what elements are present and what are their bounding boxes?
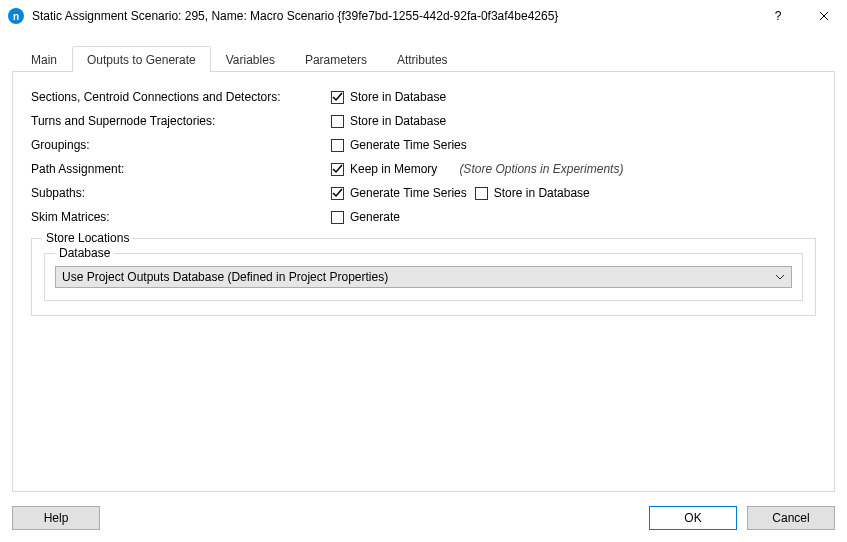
tab-outputs-to-generate[interactable]: Outputs to Generate bbox=[72, 46, 211, 72]
button-label: OK bbox=[684, 511, 701, 525]
row-controls-path-assignment: Keep in Memory (Store Options in Experim… bbox=[331, 162, 816, 176]
row-label-turns: Turns and Supernode Trajectories: bbox=[31, 114, 331, 128]
tab-main[interactable]: Main bbox=[16, 46, 72, 72]
checkbox-label: Generate Time Series bbox=[350, 186, 467, 200]
dialog-footer: Help OK Cancel bbox=[12, 506, 835, 530]
row-label-skim: Skim Matrices: bbox=[31, 210, 331, 224]
row-controls-subpaths: Generate Time Series Store in Database bbox=[331, 186, 816, 200]
group-database: Database Use Project Outputs Database (D… bbox=[44, 253, 803, 301]
check-icon bbox=[332, 188, 343, 199]
database-combobox[interactable]: Use Project Outputs Database (Defined in… bbox=[55, 266, 792, 288]
checkbox-skim-generate[interactable]: Generate bbox=[331, 210, 400, 224]
checkbox-box bbox=[331, 187, 344, 200]
tab-parameters[interactable]: Parameters bbox=[290, 46, 382, 72]
row-controls-skim: Generate bbox=[331, 210, 816, 224]
cancel-button[interactable]: Cancel bbox=[747, 506, 835, 530]
tab-panel-outputs: Sections, Centroid Connections and Detec… bbox=[12, 72, 835, 492]
close-icon bbox=[819, 11, 829, 21]
path-assignment-note: (Store Options in Experiments) bbox=[459, 162, 623, 176]
checkbox-label: Store in Database bbox=[350, 90, 446, 104]
tab-label: Outputs to Generate bbox=[87, 53, 196, 67]
checkbox-label: Generate Time Series bbox=[350, 138, 467, 152]
close-button[interactable] bbox=[801, 0, 847, 32]
checkbox-box bbox=[331, 163, 344, 176]
tab-label: Parameters bbox=[305, 53, 367, 67]
row-label-groupings: Groupings: bbox=[31, 138, 331, 152]
checkbox-label: Store in Database bbox=[350, 114, 446, 128]
client-area: Main Outputs to Generate Variables Param… bbox=[0, 32, 847, 542]
checkbox-sections-store-db[interactable]: Store in Database bbox=[331, 90, 446, 104]
tab-label: Variables bbox=[226, 53, 275, 67]
group-legend-database: Database bbox=[55, 246, 114, 260]
button-label: Help bbox=[44, 511, 69, 525]
window-title: Static Assignment Scenario: 295, Name: M… bbox=[32, 9, 755, 23]
group-legend-store-locations: Store Locations bbox=[42, 231, 133, 245]
checkbox-label: Store in Database bbox=[494, 186, 590, 200]
row-label-path-assignment: Path Assignment: bbox=[31, 162, 331, 176]
tab-variables[interactable]: Variables bbox=[211, 46, 290, 72]
check-icon bbox=[332, 164, 343, 175]
checkbox-groupings-generate-ts[interactable]: Generate Time Series bbox=[331, 138, 467, 152]
checkbox-path-keep-memory[interactable]: Keep in Memory bbox=[331, 162, 437, 176]
checkbox-box bbox=[331, 139, 344, 152]
output-rows: Sections, Centroid Connections and Detec… bbox=[31, 90, 816, 224]
row-label-sections: Sections, Centroid Connections and Detec… bbox=[31, 90, 331, 104]
checkbox-box bbox=[475, 187, 488, 200]
checkbox-label: Keep in Memory bbox=[350, 162, 437, 176]
group-store-locations: Store Locations Database Use Project Out… bbox=[31, 238, 816, 316]
tab-bar: Main Outputs to Generate Variables Param… bbox=[12, 44, 835, 72]
checkbox-box bbox=[331, 91, 344, 104]
titlebar: n Static Assignment Scenario: 295, Name:… bbox=[0, 0, 847, 32]
checkbox-box bbox=[331, 115, 344, 128]
window-controls: ? bbox=[755, 0, 847, 32]
combobox-selected: Use Project Outputs Database (Defined in… bbox=[62, 270, 388, 284]
help-icon: ? bbox=[775, 9, 782, 23]
ok-button[interactable]: OK bbox=[649, 506, 737, 530]
row-controls-turns: Store in Database bbox=[331, 114, 816, 128]
tab-label: Attributes bbox=[397, 53, 448, 67]
checkbox-box bbox=[331, 211, 344, 224]
checkbox-label: Generate bbox=[350, 210, 400, 224]
row-controls-groupings: Generate Time Series bbox=[331, 138, 816, 152]
chevron-down-icon bbox=[775, 272, 785, 282]
help-button-footer[interactable]: Help bbox=[12, 506, 100, 530]
check-icon bbox=[332, 92, 343, 103]
help-button[interactable]: ? bbox=[755, 0, 801, 32]
checkbox-subpaths-generate-ts[interactable]: Generate Time Series bbox=[331, 186, 467, 200]
tab-label: Main bbox=[31, 53, 57, 67]
checkbox-subpaths-store-db[interactable]: Store in Database bbox=[475, 186, 590, 200]
row-label-subpaths: Subpaths: bbox=[31, 186, 331, 200]
app-icon: n bbox=[8, 8, 24, 24]
checkbox-turns-store-db[interactable]: Store in Database bbox=[331, 114, 446, 128]
button-label: Cancel bbox=[772, 511, 809, 525]
row-controls-sections: Store in Database bbox=[331, 90, 816, 104]
tab-attributes[interactable]: Attributes bbox=[382, 46, 463, 72]
